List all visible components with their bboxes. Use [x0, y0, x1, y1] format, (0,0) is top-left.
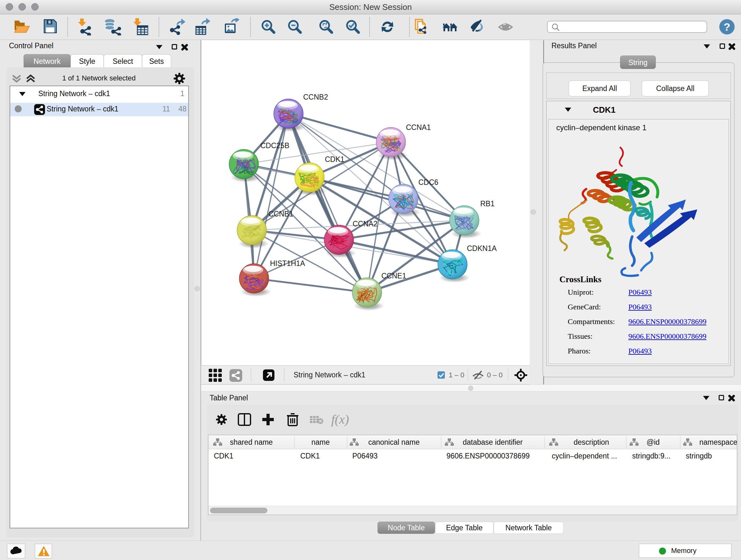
svg-text:CCNB1: CCNB1 [268, 210, 293, 218]
svg-text:HIST1H1A: HIST1H1A [270, 259, 306, 267]
svg-text:CCNA1: CCNA1 [406, 123, 431, 132]
svg-text:CCNB2: CCNB2 [303, 93, 328, 101]
svg-text:CDKN1A: CDKN1A [467, 244, 497, 253]
svg-text:CDK1: CDK1 [325, 155, 344, 164]
svg-text:CCNA2: CCNA2 [353, 220, 378, 228]
svg-text:RB1: RB1 [480, 199, 495, 208]
svg-text:CCNE1: CCNE1 [381, 272, 406, 280]
svg-text:CDC6: CDC6 [418, 178, 439, 186]
svg-text:CDC25B: CDC25B [260, 141, 289, 150]
